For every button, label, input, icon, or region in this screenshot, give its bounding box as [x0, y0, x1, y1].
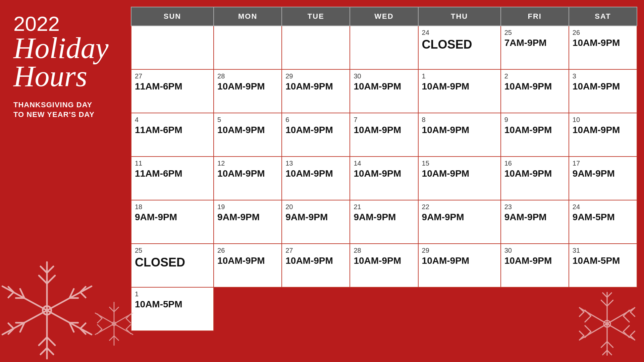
calendar-cell: 110AM-9PM: [418, 69, 501, 113]
calendar-cell: 3010AM-9PM: [350, 69, 418, 113]
svg-line-10: [39, 337, 47, 345]
day-number: 9: [504, 116, 565, 124]
svg-line-70: [630, 336, 635, 340]
col-thu: THU: [418, 7, 501, 26]
calendar-cell: 249AM-5PM: [569, 200, 637, 244]
day-number: 14: [354, 160, 414, 167]
svg-line-7: [47, 276, 55, 284]
day-number: 29: [422, 247, 497, 254]
day-number: 27: [285, 247, 346, 254]
day-number: 1: [135, 290, 210, 298]
col-fri: FRI: [501, 7, 569, 26]
day-number: 28: [354, 247, 414, 254]
svg-line-79: [580, 331, 584, 336]
calendar-cell: 1010AM-9PM: [569, 113, 637, 157]
col-sat: SAT: [569, 7, 637, 26]
col-wed: WED: [350, 7, 418, 26]
day-hours: 10AM-9PM: [573, 125, 633, 135]
day-hours: 10AM-9PM: [354, 125, 414, 135]
day-number: 3: [573, 72, 633, 80]
svg-line-76: [585, 331, 591, 338]
svg-line-62: [603, 350, 607, 355]
title-line1: Holiday: [13, 34, 121, 62]
day-hours: 10AM-9PM: [504, 169, 565, 179]
svg-line-37: [109, 307, 114, 312]
svg-line-29: [8, 323, 14, 328]
day-hours: 10AM-9PM: [285, 125, 346, 135]
svg-line-17: [8, 292, 14, 298]
calendar-cell: 1510AM-9PM: [418, 157, 501, 200]
calendar-cell: 3110AM-5PM: [569, 244, 637, 287]
day-number: 13: [285, 160, 346, 167]
calendar-cell: 229AM-9PM: [418, 200, 501, 244]
day-number: 24: [573, 203, 633, 211]
subtitle: THANKSGIVING DAY TO NEW YEAR'S DAY: [13, 100, 121, 119]
calendar-cell: [131, 26, 214, 69]
day-hours: 10AM-9PM: [354, 81, 414, 92]
day-hours: 10AM-9PM: [354, 256, 414, 266]
calendar-cell: 239AM-9PM: [501, 200, 569, 244]
calendar-cell: 510AM-9PM: [214, 113, 282, 157]
day-number: 29: [285, 72, 346, 80]
calendar-cell: 219AM-9PM: [350, 200, 418, 244]
day-hours: 10AM-9PM: [573, 38, 633, 48]
svg-line-61: [607, 342, 613, 348]
calendar-row: 189AM-9PM199AM-9PM209AM-9PM219AM-9PM229A…: [131, 200, 637, 244]
calendar-row: 24CLOSED257AM-9PM2610AM-9PM: [131, 26, 637, 69]
calendar-row: 2711AM-6PM2810AM-9PM2910AM-9PM3010AM-9PM…: [131, 69, 637, 113]
calendar-cell: [214, 26, 282, 69]
svg-line-8: [41, 266, 47, 273]
day-hours: 9AM-9PM: [135, 212, 210, 223]
day-number: 27: [135, 72, 210, 80]
calendar-cell: 1610AM-9PM: [501, 157, 569, 200]
calendar-row: 411AM-6PM510AM-9PM610AM-9PM710AM-9PM810A…: [131, 113, 637, 157]
day-number: 1: [422, 72, 497, 80]
day-number: 21: [354, 203, 414, 211]
calendar-cell: 2810AM-9PM: [214, 69, 282, 113]
svg-line-9: [47, 266, 53, 273]
svg-line-39: [109, 336, 114, 341]
day-number: 31: [573, 247, 633, 254]
col-sun: SUN: [131, 7, 214, 26]
col-tue: TUE: [282, 7, 350, 26]
day-hours: 10AM-9PM: [354, 169, 414, 179]
svg-line-25: [80, 292, 86, 298]
calendar-cell: 910AM-9PM: [501, 113, 569, 157]
calendar-cell: 1310AM-9PM: [282, 157, 350, 200]
day-number: 30: [504, 247, 565, 254]
left-panel: 2022 Holiday Hours THANKSGIVING DAY TO N…: [0, 0, 131, 362]
day-hours: 10AM-9PM: [422, 125, 497, 135]
calendar-cell: 199AM-9PM: [214, 200, 282, 244]
day-hours: 10AM-9PM: [285, 169, 346, 179]
day-number: 25: [135, 247, 210, 254]
calendar-cell: 411AM-6PM: [131, 113, 214, 157]
calendar-cell: 710AM-9PM: [350, 113, 418, 157]
calendar-cell: [501, 287, 569, 331]
snowflake-decoration-small: [87, 297, 141, 352]
year-label: 2022: [13, 13, 121, 34]
day-number: 10: [573, 116, 633, 124]
day-hours: 11AM-6PM: [135, 125, 210, 135]
calendar-cell: 24CLOSED: [418, 26, 501, 69]
calendar-cell: [350, 287, 418, 331]
calendar-cell: 1410AM-9PM: [350, 157, 418, 200]
calendar-cell: 2610AM-9PM: [214, 244, 282, 287]
day-hours: 10AM-9PM: [422, 256, 497, 266]
calendar-cell: 110AM-5PM: [131, 287, 214, 331]
day-number: 8: [422, 116, 497, 124]
day-hours: 10AM-9PM: [285, 256, 346, 266]
day-number: 12: [217, 160, 278, 167]
calendar-cell: 2710AM-9PM: [282, 244, 350, 287]
day-hours: CLOSED: [135, 256, 210, 269]
svg-line-46: [126, 318, 131, 323]
day-hours: 10AM-9PM: [573, 81, 633, 92]
calendar-row: 1111AM-6PM1210AM-9PM1310AM-9PM1410AM-9PM…: [131, 157, 637, 200]
day-number: 6: [285, 116, 346, 124]
day-hours: 9AM-9PM: [285, 212, 346, 223]
calendar-cell: [418, 287, 501, 331]
day-hours: CLOSED: [422, 38, 497, 51]
calendar-cell: 1111AM-6PM: [131, 157, 214, 200]
svg-line-71: [630, 331, 635, 336]
day-hours: 10AM-9PM: [217, 169, 278, 179]
day-hours: 11AM-6PM: [135, 81, 210, 92]
